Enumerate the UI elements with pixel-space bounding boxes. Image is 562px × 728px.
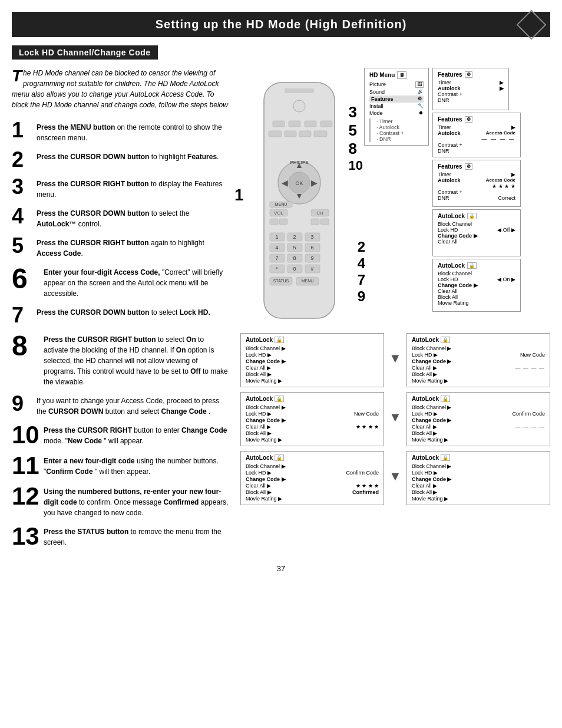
step-7: 7 Press the CURSOR DOWN button to select… — [12, 305, 230, 326]
step-number-10: 10 — [12, 423, 44, 447]
step-13: 13 Press the STATUS button to remove the… — [12, 524, 230, 549]
autolock-box-off: AutoLock 🔒 Block Channel Lock HD◀ Off ▶ … — [432, 209, 521, 256]
page-number: 37 — [12, 564, 550, 573]
step-text-4: Press the CURSOR DOWN button to select t… — [37, 206, 230, 229]
step-text-1: Press the MENU button on the remote cont… — [37, 120, 230, 143]
step-number-7: 7 — [12, 305, 37, 326]
svg-text:#: # — [310, 266, 313, 272]
menu-panels: HD Menu 🖥 Picture🖼 Sound🔊 Features⚙ Inst… — [364, 68, 550, 312]
step-number-1: 1 — [12, 120, 37, 141]
svg-text:1: 1 — [275, 234, 278, 240]
step-6: 6 Enter your four-digit Access Code, "Co… — [12, 265, 230, 299]
step-badge-bottom: 2 4 7 9 — [358, 239, 365, 305]
svg-rect-5 — [305, 121, 316, 127]
svg-rect-4 — [289, 121, 300, 127]
remote-area: 1 3 5 8 10 2 4 7 9 — [240, 68, 358, 327]
step-10: 10 Press the CURSOR RIGHT button to ente… — [12, 423, 230, 447]
svg-text:CH: CH — [316, 210, 323, 216]
svg-rect-8 — [285, 131, 296, 137]
svg-text:◀: ◀ — [282, 178, 288, 187]
left-column: The HD Mode channel can be blocked to ce… — [12, 68, 230, 555]
svg-rect-9 — [299, 131, 311, 137]
intro-text: The HD Mode channel can be blocked to ce… — [12, 68, 230, 110]
section-title: Lock HD Channel/Change Code — [12, 45, 158, 60]
right-column: 1 3 5 8 10 2 4 7 9 — [240, 68, 550, 555]
svg-text:9: 9 — [310, 255, 313, 261]
step-5: 5 Press the CURSOR RIGHT button again to… — [12, 235, 230, 259]
step-11: 11 Enter a new four-digit code using the… — [12, 453, 230, 478]
step-text-10: Press the CURSOR RIGHT button to enter C… — [44, 423, 230, 446]
step-text-6: Enter your four-digit Access Code, "Corr… — [44, 265, 230, 299]
svg-rect-7 — [269, 131, 282, 137]
svg-rect-23 — [279, 219, 287, 225]
step-12: 12 Using the numbered buttons, re-enter … — [12, 484, 230, 518]
step-1: 1 Press the MENU button on the remote co… — [12, 120, 230, 143]
step-badge-1: 1 — [234, 186, 244, 205]
svg-text:4: 4 — [275, 245, 278, 251]
autolock-confirmed: AutoLock 🔒 Block Channel ▶ Lock HD ▶Conf… — [240, 451, 384, 505]
step-number-2: 2 — [12, 149, 37, 170]
pair-row-2: AutoLock 🔒 Block Channel ▶ Lock HD ▶New … — [240, 392, 550, 446]
remote-svg: ▲ ▼ ◀ ▶ OK VOL CH — [252, 80, 346, 327]
step-number-8: 8 — [12, 332, 44, 360]
svg-rect-6 — [320, 121, 332, 127]
autolock-clean: AutoLock 🔒 Block Channel ▶ Lock HD ▶ Cha… — [406, 451, 550, 505]
step-badge-2-3-4-5: 3 5 8 10 — [349, 103, 363, 173]
step-number-3: 3 — [12, 176, 37, 197]
step-number-9: 9 — [12, 393, 37, 414]
svg-rect-22 — [270, 219, 278, 225]
page-header: Setting up the HD Mode (High Definition) — [12, 12, 550, 37]
arrow-2: ▼ — [389, 392, 402, 425]
step-3: 3 Press the CURSOR RIGHT button to displ… — [12, 176, 230, 200]
step-text-5: Press the CURSOR RIGHT button again to h… — [37, 235, 230, 259]
svg-text:MENU: MENU — [302, 279, 314, 283]
header-title: Setting up the HD Mode (High Definition) — [156, 18, 407, 31]
step-text-9: If you want to change your Access Code, … — [37, 393, 230, 417]
svg-text:VOL: VOL — [274, 210, 284, 216]
svg-text:OK: OK — [295, 180, 303, 186]
svg-text:▶: ▶ — [311, 178, 318, 187]
pair-row-1: AutoLock 🔒 Block Channel ▶ Lock HD ▶ Cha… — [240, 333, 550, 387]
step-2: 2 Press the CURSOR DOWN button to highli… — [12, 149, 230, 170]
step-number-6: 6 — [12, 265, 44, 293]
step-9: 9 If you want to change your Access Code… — [12, 393, 230, 417]
step-number-11: 11 — [12, 453, 44, 478]
step-text-2: Press the CURSOR DOWN button to highligh… — [37, 149, 219, 162]
step-text-12: Using the numbered buttons, re-enter you… — [44, 484, 230, 518]
svg-text:▼: ▼ — [295, 191, 303, 200]
pair-row-3: AutoLock 🔒 Block Channel ▶ Lock HD ▶Conf… — [240, 451, 550, 505]
autolock-confirm-code: AutoLock 🔒 Block Channel ▶ Lock HD ▶Conf… — [406, 392, 550, 446]
features-box-2: Features ⚙ Timer▶ AutolockAccess Code — … — [432, 113, 521, 157]
features-box-3: Features ⚙ Timer▶ AutolockAccess Code ★ … — [432, 160, 521, 207]
svg-text:PHILIPS: PHILIPS — [290, 160, 309, 165]
hd-menu-box: HD Menu 🖥 Picture🖼 Sound🔊 Features⚙ Inst… — [364, 68, 429, 146]
svg-rect-10 — [314, 131, 327, 137]
step-4: 4 Press the CURSOR DOWN button to select… — [12, 206, 230, 229]
diamond-icon — [517, 9, 547, 39]
svg-text:7: 7 — [275, 255, 278, 261]
svg-text:0: 0 — [293, 266, 296, 272]
step-text-11: Enter a new four-digit code using the nu… — [44, 453, 230, 477]
features-box-1: Features ⚙ Timer▶ Autolock▶ Contrast + D… — [432, 68, 509, 110]
svg-text:6: 6 — [310, 245, 313, 251]
svg-point-2 — [293, 100, 305, 112]
autolock-box-on: AutoLock 🔒 Block Channel Lock HD◀ On ▶ C… — [432, 259, 521, 312]
step-text-7: Press the CURSOR DOWN button to select L… — [37, 305, 210, 318]
step-number-5: 5 — [12, 235, 37, 256]
step-text-3: Press the CURSOR RIGHT button to display… — [37, 176, 230, 200]
step-text-8: Press the CURSOR RIGHT button to select … — [44, 332, 230, 387]
svg-text:MENU: MENU — [275, 202, 287, 206]
autolock-new-code-stars: AutoLock 🔒 Block Channel ▶ Lock HD ▶New … — [240, 392, 384, 446]
step-8: 8 Press the CURSOR RIGHT button to selec… — [12, 332, 230, 387]
svg-text:8: 8 — [293, 255, 296, 261]
main-layout: The HD Mode channel can be blocked to ce… — [12, 68, 550, 555]
autolock-new-code-1: AutoLock 🔒 Block Channel ▶ Lock HD ▶New … — [406, 333, 550, 387]
svg-text:2: 2 — [293, 234, 296, 240]
step-number-12: 12 — [12, 484, 44, 509]
svg-text:5: 5 — [293, 245, 296, 251]
svg-rect-1 — [285, 88, 314, 93]
svg-rect-24 — [311, 219, 319, 225]
svg-text:3: 3 — [310, 234, 313, 240]
arrow-1: ▼ — [389, 333, 402, 366]
autolock-change-code-1: AutoLock 🔒 Block Channel ▶ Lock HD ▶ Cha… — [240, 333, 384, 387]
